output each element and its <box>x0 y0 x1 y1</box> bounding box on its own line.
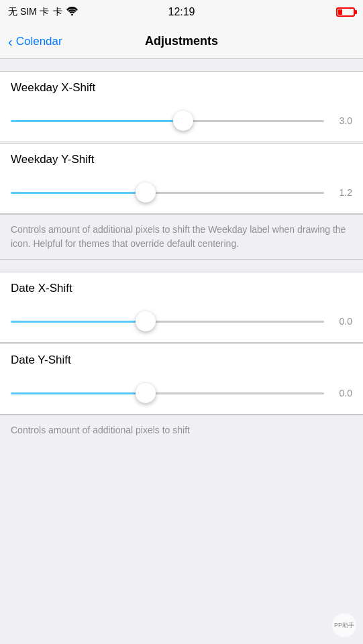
svg-point-0 <box>71 14 73 16</box>
weekday-y-value: 1.2 <box>331 187 352 198</box>
back-label: Colendar <box>16 35 62 48</box>
battery-icon <box>336 7 355 17</box>
weekday-x-slider-row: 3.0 <box>0 109 363 142</box>
sim-text: 无 SIM 卡 <box>8 6 49 18</box>
date-y-value: 0.0 <box>331 388 352 398</box>
weekday-x-thumb[interactable] <box>173 111 193 131</box>
page-title: Adjustments <box>145 34 218 48</box>
status-bar: 无 SIM 卡 卡 12:19 <box>0 0 363 24</box>
status-left: 无 SIM 卡 卡 <box>8 6 78 18</box>
date-desc-text: Controls amount of additional pixels to … <box>11 423 352 437</box>
weekday-x-label-row: Weekday X-Shift <box>0 72 363 109</box>
date-y-label: Date Y-Shift <box>11 354 352 367</box>
weekday-x-section: Weekday X-Shift 3.0 <box>0 71 363 142</box>
date-y-slider[interactable] <box>11 382 324 405</box>
weekday-y-section: Weekday Y-Shift 1.2 <box>0 143 363 214</box>
date-y-label-row: Date Y-Shift <box>0 344 363 382</box>
status-time: 12:19 <box>168 6 195 18</box>
weekday-y-slider[interactable] <box>11 181 324 204</box>
weekday-y-thumb[interactable] <box>136 182 156 203</box>
weekday-x-value: 3.0 <box>331 115 352 126</box>
weekday-y-label: Weekday Y-Shift <box>11 153 352 166</box>
date-description: Controls amount of additional pixels to … <box>0 415 363 445</box>
date-x-value: 0.0 <box>331 316 352 327</box>
date-y-slider-row: 0.0 <box>0 382 363 414</box>
weekday-y-slider-row: 1.2 <box>0 181 363 213</box>
wifi-icon <box>66 7 78 17</box>
weekday-x-slider[interactable] <box>11 109 324 132</box>
weekday-x-label: Weekday X-Shift <box>11 81 352 95</box>
sim-icon: 卡 <box>53 6 62 18</box>
status-right <box>336 7 355 17</box>
back-button[interactable]: ‹ Colendar <box>8 35 62 48</box>
weekday-y-label-row: Weekday Y-Shift <box>0 144 363 181</box>
back-chevron-icon: ‹ <box>8 35 13 48</box>
nav-bar: ‹ Colendar Adjustments <box>0 24 363 59</box>
content: Weekday X-Shift 3.0 Weekday Y-Shift <box>0 59 363 644</box>
weekday-description: Controls amount of additional pixels to … <box>0 214 363 260</box>
section-gap-top <box>0 59 363 71</box>
section-gap-mid <box>0 260 363 272</box>
date-x-section: Date X-Shift 0.0 <box>0 272 363 343</box>
date-x-label-row: Date X-Shift <box>0 272 363 310</box>
watermark: PP助手 <box>332 613 356 637</box>
date-y-thumb[interactable] <box>136 383 156 403</box>
weekday-desc-text: Controls amount of additional pixels to … <box>11 223 352 251</box>
date-x-slider-row: 0.0 <box>0 310 363 342</box>
date-x-thumb[interactable] <box>136 311 156 331</box>
date-y-section: Date Y-Shift 0.0 <box>0 343 363 415</box>
date-x-slider[interactable] <box>11 310 324 333</box>
date-x-label: Date X-Shift <box>11 282 352 295</box>
